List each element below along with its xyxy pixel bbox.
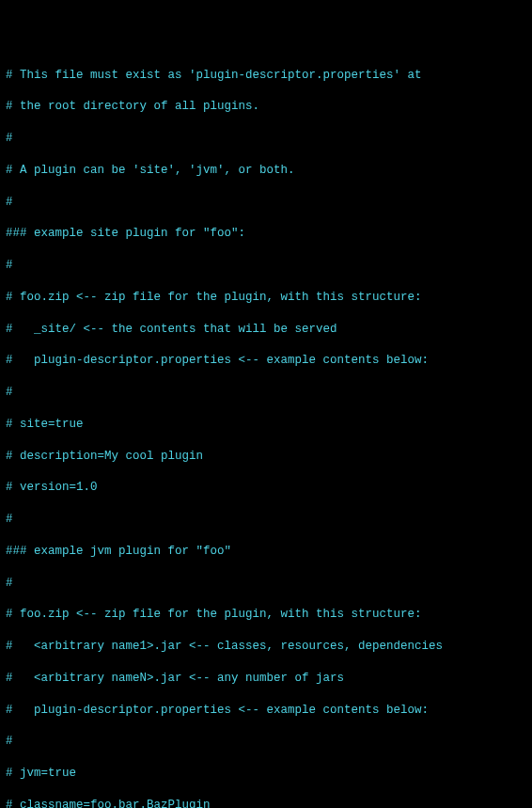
comment-line: # plugin-descriptor.properties <-- examp… <box>6 353 526 369</box>
comment-line: # <box>6 576 526 592</box>
comment-line: # <box>6 734 526 750</box>
comment-heading: ### example jvm plugin for "foo" <box>6 544 526 560</box>
comment-line: # <arbitrary name1>.jar <-- classes, res… <box>6 639 526 655</box>
comment-line: # <box>6 195 526 211</box>
comment-line: # version=1.0 <box>6 480 526 496</box>
comment-line: # <box>6 258 526 274</box>
comment-line: # <arbitrary nameN>.jar <-- any number o… <box>6 671 526 687</box>
comment-line: # <box>6 385 526 401</box>
comment-line: # _site/ <-- the contents that will be s… <box>6 322 526 338</box>
comment-line: # This file must exist as 'plugin-descri… <box>6 68 526 84</box>
comment-line: # classname=foo.bar.BazPlugin <box>6 798 526 808</box>
comment-line: # foo.zip <-- zip file for the plugin, w… <box>6 290 526 306</box>
comment-line: # the root directory of all plugins. <box>6 99 526 115</box>
comment-line: # A plugin can be 'site', 'jvm', or both… <box>6 163 526 179</box>
comment-line: # description=My cool plugin <box>6 449 526 465</box>
comment-line: # foo.zip <-- zip file for the plugin, w… <box>6 607 526 623</box>
comment-line: # <box>6 512 526 528</box>
comment-line: # jvm=true <box>6 766 526 782</box>
comment-line: # <box>6 131 526 147</box>
comment-heading: ### example site plugin for "foo": <box>6 226 526 242</box>
comment-line: # site=true <box>6 417 526 433</box>
comment-line: # plugin-descriptor.properties <-- examp… <box>6 703 526 719</box>
